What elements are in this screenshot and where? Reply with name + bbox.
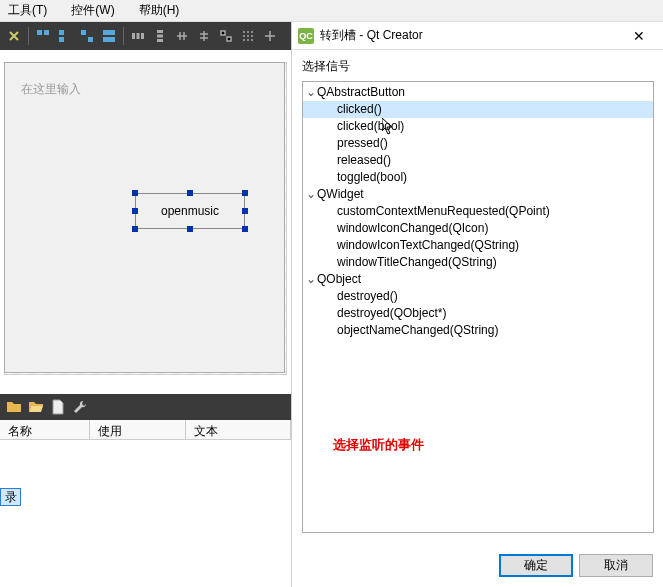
svg-rect-3 (59, 37, 64, 42)
resize-handle[interactable] (132, 208, 138, 214)
svg-rect-6 (103, 30, 115, 35)
resize-handle[interactable] (132, 190, 138, 196)
menu-tools[interactable]: 工具(T) (8, 2, 59, 19)
svg-rect-5 (88, 37, 93, 42)
qt-creator-icon: QC (298, 28, 314, 44)
svg-point-22 (251, 39, 253, 41)
select-signal-label: 选择信号 (302, 58, 653, 75)
expand-icon[interactable]: ⌄ (305, 84, 317, 101)
layout-icon-1[interactable] (33, 26, 53, 46)
resize-handle[interactable] (242, 190, 248, 196)
tree-group[interactable]: ⌄QAbstractButton (303, 84, 653, 101)
svg-point-18 (247, 35, 249, 37)
grid-icon[interactable] (238, 26, 258, 46)
form-canvas[interactable]: 在这里输入 openmusic (4, 62, 285, 373)
close-icon[interactable] (4, 26, 24, 46)
ok-button[interactable]: 确定 (499, 554, 573, 577)
expand-icon[interactable]: ⌄ (305, 271, 317, 288)
col-name[interactable]: 名称 (0, 420, 90, 439)
layout-icon-2[interactable] (55, 26, 75, 46)
property-cell[interactable]: 录 (0, 488, 21, 506)
svg-point-17 (243, 35, 245, 37)
tree-signal[interactable]: destroyed() (303, 288, 653, 305)
col-used[interactable]: 使用 (90, 420, 186, 439)
layout-icon-3[interactable] (77, 26, 97, 46)
signal-tree[interactable]: ⌄QAbstractButtonclicked()clicked(bool)pr… (302, 81, 654, 533)
menu-widgets[interactable]: 控件(W) (71, 2, 126, 19)
tree-signal[interactable]: released() (303, 152, 653, 169)
tree-signal[interactable]: pressed() (303, 135, 653, 152)
svg-rect-0 (37, 30, 42, 35)
cancel-button[interactable]: 取消 (579, 554, 653, 577)
menubar: 工具(T) 控件(W) 帮助(H) (0, 0, 663, 22)
resize-handle[interactable] (187, 190, 193, 196)
svg-rect-1 (44, 30, 49, 35)
col-text[interactable]: 文本 (186, 420, 291, 439)
expand-icon[interactable]: ⌄ (305, 186, 317, 203)
hlayout-icon[interactable] (128, 26, 148, 46)
svg-point-16 (251, 31, 253, 33)
adjust-icon[interactable] (260, 26, 280, 46)
dialog-title: 转到槽 - Qt Creator (320, 27, 621, 44)
wrench-icon[interactable] (72, 399, 88, 415)
document-icon[interactable] (50, 399, 66, 415)
resize-handle[interactable] (132, 226, 138, 232)
tree-group[interactable]: ⌄QWidget (303, 186, 653, 203)
svg-point-14 (243, 31, 245, 33)
svg-point-19 (251, 35, 253, 37)
menu-help[interactable]: 帮助(H) (139, 2, 192, 19)
svg-point-15 (247, 31, 249, 33)
svg-rect-11 (157, 30, 163, 33)
tree-signal[interactable]: clicked() (303, 101, 653, 118)
tree-signal[interactable]: windowIconChanged(QIcon) (303, 220, 653, 237)
tree-signal[interactable]: clicked(bool) (303, 118, 653, 135)
svg-point-21 (247, 39, 249, 41)
property-header: 名称 使用 文本 (0, 420, 291, 440)
resize-handle[interactable] (242, 226, 248, 232)
folder-open-icon[interactable] (28, 399, 44, 415)
vlayout-icon[interactable] (150, 26, 170, 46)
tree-signal[interactable]: windowIconTextChanged(QString) (303, 237, 653, 254)
resize-handle[interactable] (242, 208, 248, 214)
form-designer: 在这里输入 openmusic (0, 50, 291, 393)
tree-signal[interactable]: destroyed(QObject*) (303, 305, 653, 322)
svg-rect-4 (81, 30, 86, 35)
hsplit-icon[interactable] (172, 26, 192, 46)
resize-handle[interactable] (187, 226, 193, 232)
tree-group[interactable]: ⌄QObject (303, 271, 653, 288)
action-toolbar (0, 394, 291, 420)
type-here-hint: 在这里输入 (21, 81, 81, 98)
goto-slot-dialog: QC 转到槽 - Qt Creator ✕ 选择信号 ⌄QAbstractBut… (291, 22, 663, 587)
svg-rect-2 (59, 30, 64, 35)
layout-icon-4[interactable] (99, 26, 119, 46)
widget-text: openmusic (161, 204, 219, 218)
pushbutton-widget[interactable]: openmusic (135, 193, 245, 229)
tree-signal[interactable]: windowTitleChanged(QString) (303, 254, 653, 271)
folder-icon[interactable] (6, 399, 22, 415)
annotation-text: 选择监听的事件 (333, 436, 424, 454)
property-body: 录 (0, 440, 291, 514)
tree-signal[interactable]: toggled(bool) (303, 169, 653, 186)
dialog-close-button[interactable]: ✕ (621, 24, 657, 48)
svg-rect-8 (132, 33, 135, 39)
svg-rect-7 (103, 37, 115, 42)
tree-signal[interactable]: customContextMenuRequested(QPoint) (303, 203, 653, 220)
svg-point-20 (243, 39, 245, 41)
svg-rect-10 (141, 33, 144, 39)
svg-rect-12 (157, 35, 163, 38)
break-layout-icon[interactable] (216, 26, 236, 46)
tree-signal[interactable]: objectNameChanged(QString) (303, 322, 653, 339)
dialog-titlebar: QC 转到槽 - Qt Creator ✕ (292, 22, 663, 50)
vsplit-icon[interactable] (194, 26, 214, 46)
svg-rect-9 (137, 33, 140, 39)
svg-rect-13 (157, 39, 163, 42)
